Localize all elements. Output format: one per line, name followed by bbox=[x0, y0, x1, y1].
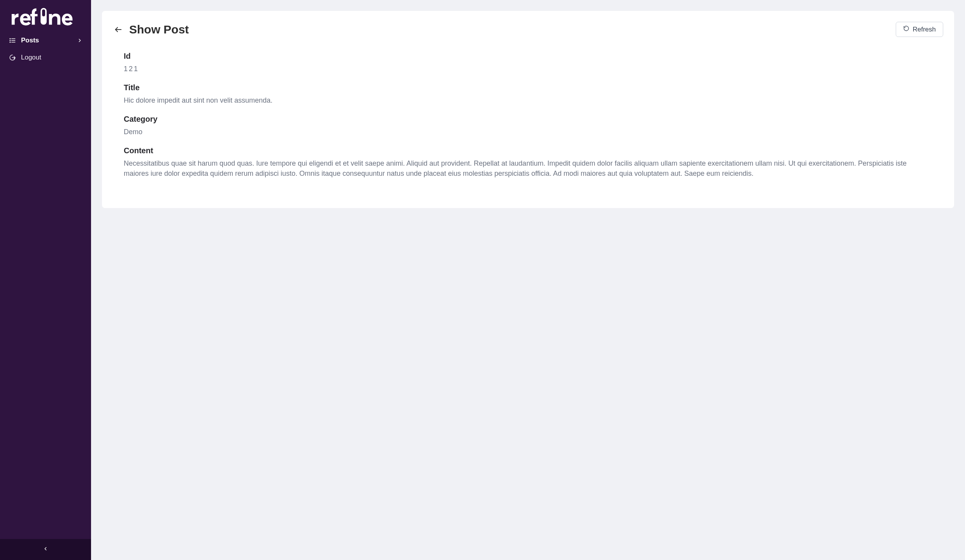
collapse-sidebar-button[interactable] bbox=[0, 539, 91, 560]
brand-logo bbox=[0, 0, 91, 28]
content-card: Show Post Refresh Id 121 bbox=[102, 11, 954, 208]
refresh-button-label: Refresh bbox=[912, 26, 936, 33]
app-layout: Posts Logout bbox=[0, 0, 965, 560]
svg-rect-1 bbox=[42, 9, 45, 16]
svg-point-3 bbox=[10, 40, 11, 41]
field-value: Hic dolore impedit aut sint non velit as… bbox=[124, 95, 932, 105]
field-category: Category Demo bbox=[124, 115, 932, 137]
refresh-icon bbox=[903, 25, 909, 33]
arrow-left-icon bbox=[114, 25, 123, 34]
chevron-left-icon bbox=[43, 546, 48, 553]
page-title: Show Post bbox=[129, 23, 189, 36]
svg-point-4 bbox=[10, 42, 11, 43]
field-value: Demo bbox=[124, 127, 932, 137]
card-header: Show Post Refresh bbox=[113, 22, 943, 37]
field-label: Id bbox=[124, 52, 932, 61]
field-label: Category bbox=[124, 115, 932, 124]
field-id: Id 121 bbox=[124, 52, 932, 74]
list-icon bbox=[9, 37, 16, 44]
sidebar-item-label: Logout bbox=[21, 54, 82, 61]
refresh-button[interactable]: Refresh bbox=[896, 22, 943, 37]
sidebar-item-posts[interactable]: Posts bbox=[0, 32, 91, 49]
fields: Id 121 Title Hic dolore impedit aut sint… bbox=[113, 48, 943, 197]
svg-point-2 bbox=[10, 38, 11, 39]
field-value: 121 bbox=[124, 64, 932, 74]
field-title: Title Hic dolore impedit aut sint non ve… bbox=[124, 83, 932, 105]
title-group: Show Post bbox=[113, 23, 189, 36]
main-content: Show Post Refresh Id 121 bbox=[91, 0, 965, 560]
chevron-right-icon bbox=[77, 38, 82, 43]
field-label: Title bbox=[124, 83, 932, 92]
field-value: Necessitatibus quae sit harum quod quas.… bbox=[124, 158, 932, 178]
sidebar-nav: Posts Logout bbox=[0, 28, 91, 539]
sidebar-item-label: Posts bbox=[21, 37, 72, 44]
sidebar-item-logout[interactable]: Logout bbox=[0, 49, 91, 66]
back-button[interactable] bbox=[113, 24, 124, 35]
field-label: Content bbox=[124, 146, 932, 155]
refine-logo-icon bbox=[11, 5, 79, 26]
logout-icon bbox=[9, 54, 16, 61]
sidebar: Posts Logout bbox=[0, 0, 91, 560]
field-content: Content Necessitatibus quae sit harum qu… bbox=[124, 146, 932, 178]
